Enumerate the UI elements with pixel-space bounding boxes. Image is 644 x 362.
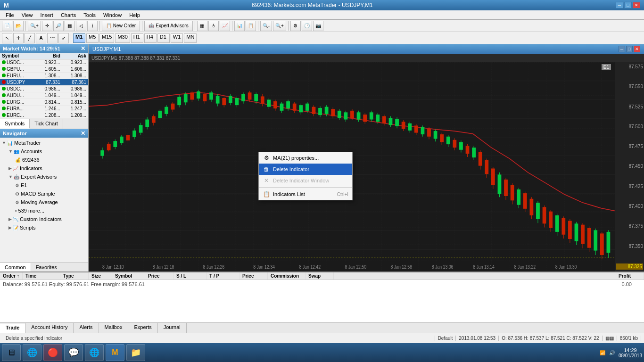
auto-scroll-button[interactable]: ⟩: [87, 21, 98, 31]
svg-text:8 Jan 12:50: 8 Jan 12:50: [345, 264, 366, 270]
menu-help[interactable]: Help: [125, 11, 144, 19]
tray-network: 📶: [600, 350, 605, 355]
cursor-button[interactable]: ↖: [2, 33, 12, 43]
tf-mn[interactable]: MN: [184, 33, 197, 43]
chart-maximize-button[interactable]: □: [626, 46, 633, 52]
tab-mailbox[interactable]: Mailbox: [99, 323, 129, 333]
svg-rect-135: [491, 169, 495, 185]
nav-tree-item[interactable]: ▼🤖Expert Advisors: [1, 173, 87, 181]
nav-tree-item[interactable]: ▶📈Indicators: [1, 164, 87, 173]
market-watch-close[interactable]: ✕: [81, 45, 85, 52]
menu-tools[interactable]: Tools: [80, 11, 99, 19]
crosshair2-button[interactable]: ✛: [13, 33, 24, 43]
tf-m1[interactable]: M1: [73, 33, 85, 43]
tab-account-history[interactable]: Account History: [25, 323, 74, 333]
zoom-out-button[interactable]: 🔎: [53, 21, 64, 31]
ctx-ma-properties[interactable]: ⚙ MA(21) properties...: [259, 152, 352, 164]
chart-close-button[interactable]: ✕: [634, 46, 640, 52]
market-watch-row[interactable]: EURG...0.814...0.815...: [0, 99, 88, 106]
menu-window[interactable]: Window: [99, 11, 125, 19]
tab-journal[interactable]: Journal: [158, 323, 187, 333]
nav-tree-item[interactable]: ▼📊MetaTrader: [1, 139, 87, 147]
period-sep-button[interactable]: ▦: [65, 21, 75, 31]
menu-charts[interactable]: Charts: [57, 11, 80, 19]
nav-tree-item[interactable]: ⚙MACD Sample: [1, 189, 87, 198]
expert-advisor-button[interactable]: 🤖 Expert Advisors: [144, 21, 192, 31]
tab-experts[interactable]: Experts: [128, 323, 157, 333]
close-button[interactable]: ✕: [633, 2, 640, 8]
market-watch-row[interactable]: EURU...1.308...1.308...: [0, 73, 88, 79]
tf-m5[interactable]: M5: [86, 33, 99, 43]
tab-tick-chart[interactable]: Tick Chart: [30, 119, 63, 129]
tf-h1[interactable]: H1: [131, 33, 143, 43]
tab-alerts[interactable]: Alerts: [74, 323, 99, 333]
tf-w1[interactable]: W1: [171, 33, 183, 43]
properties-button[interactable]: ⚙: [290, 21, 301, 31]
new-order-button[interactable]: 📋 New Order: [102, 21, 140, 31]
clock-button[interactable]: 🕐: [302, 21, 312, 31]
ctx-delete-indicator[interactable]: 🗑 Delete Indicator: [259, 164, 352, 175]
screenshot-button[interactable]: 📷: [313, 21, 323, 31]
chart-scroll-button[interactable]: ◁: [76, 21, 86, 31]
ctx-indicators-list[interactable]: 📋 Indicators List Ctrl+I: [259, 189, 352, 200]
taskbar-app1[interactable]: 🔴: [43, 344, 62, 361]
tf-m30[interactable]: M30: [115, 33, 130, 43]
nav-tab-common[interactable]: Common: [0, 263, 31, 272]
menu-view[interactable]: View: [18, 11, 37, 19]
indicators-button[interactable]: 📊: [234, 21, 245, 31]
market-watch-row[interactable]: GBPU...1.605...1.606...: [0, 66, 88, 73]
market-watch-row[interactable]: EURC...1.208...1.209...: [0, 112, 88, 119]
tab-symbols[interactable]: Symbols: [0, 119, 30, 129]
taskbar-folder[interactable]: 📁: [126, 344, 145, 361]
nav-tree-item[interactable]: ▶📝Scripts: [1, 223, 87, 232]
taskbar-app2[interactable]: 💬: [64, 344, 83, 361]
candlestick-button[interactable]: 🕯: [208, 21, 219, 31]
nav-tree-item[interactable]: ⚙E1: [1, 181, 87, 189]
market-watch-row[interactable]: USDC...0.986...0.986...: [0, 86, 88, 92]
svg-rect-13: [100, 150, 104, 156]
taskbar-metatrader[interactable]: M: [106, 344, 124, 361]
nav-tree-item[interactable]: ⚙Moving Average: [1, 198, 87, 206]
chart-canvas[interactable]: 8 Jan 12:10 8 Jan 12:18 8 Jan 12:26 8 Ja…: [89, 62, 644, 272]
gann-button[interactable]: ⤢: [58, 33, 69, 43]
bar-chart-button[interactable]: ▦: [197, 21, 207, 31]
line-button[interactable]: ╱: [25, 33, 35, 43]
market-watch-row[interactable]: USDC...0.923...0.923...: [0, 59, 88, 66]
zoom-minus-button[interactable]: 🔍-: [260, 21, 272, 31]
navigator-close[interactable]: ✕: [81, 130, 85, 137]
tf-h4[interactable]: H4: [144, 33, 157, 43]
menu-insert[interactable]: Insert: [36, 11, 57, 19]
menu-file[interactable]: File: [2, 11, 18, 19]
tf-m15[interactable]: M15: [99, 33, 114, 43]
market-watch-row[interactable]: USDJPY87.33187.361: [0, 79, 88, 86]
svg-rect-167: [594, 230, 597, 250]
chart-minimize-button[interactable]: ─: [619, 46, 625, 52]
title-text: 692436: Markets.com MetaTrader - USDJPY,…: [252, 2, 373, 8]
svg-rect-93: [357, 112, 361, 119]
nav-tree-item[interactable]: ▼👥Accounts: [1, 147, 87, 156]
zoom-in-button[interactable]: 🔍+: [28, 21, 41, 31]
market-watch-row[interactable]: AUDU...1.049...1.049...: [0, 92, 88, 99]
market-watch-row[interactable]: EURA...1.246...1.247...: [0, 106, 88, 112]
nav-tree-item[interactable]: ▶📉Custom Indicators: [1, 215, 87, 223]
e1-badge[interactable]: E1: [602, 64, 611, 70]
templates-button[interactable]: 📋: [246, 21, 256, 31]
nav-tab-favorites[interactable]: Favorites: [31, 263, 62, 272]
new-chart-button[interactable]: 📄: [2, 21, 12, 31]
nav-tree-item[interactable]: 💰692436: [1, 156, 87, 164]
taskbar-chrome[interactable]: 🌐: [85, 344, 104, 361]
taskbar-explorer[interactable]: 🌐: [23, 344, 41, 361]
minimize-button[interactable]: ─: [616, 2, 623, 8]
crosshair-button[interactable]: ✛: [42, 21, 52, 31]
nav-tree-item[interactable]: •539 more...: [1, 206, 87, 215]
line-chart-button[interactable]: 📈: [220, 21, 230, 31]
sep8: [71, 33, 71, 43]
fibo-button[interactable]: 〰: [47, 33, 58, 43]
tf-d1[interactable]: D1: [157, 33, 170, 43]
maximize-button[interactable]: □: [624, 2, 632, 8]
taskbar-start[interactable]: 🖥: [2, 344, 21, 361]
tab-trade[interactable]: Trade: [0, 323, 25, 333]
zoom-plus-button[interactable]: 🔍+: [273, 21, 286, 31]
open-button[interactable]: 📂: [13, 21, 24, 31]
text-button[interactable]: A: [36, 33, 46, 43]
